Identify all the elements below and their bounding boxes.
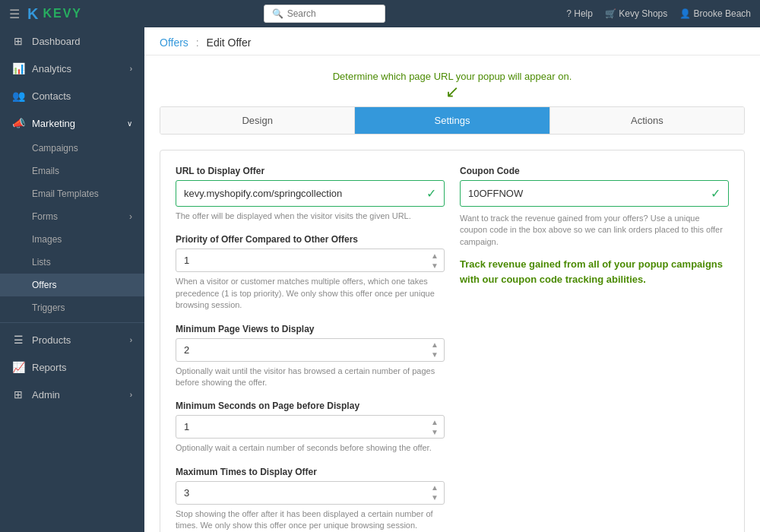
coupon-annotation-big: Track revenue gained from all of your po… — [460, 257, 729, 287]
logo: K KEVY — [27, 5, 82, 23]
sidebar-item-offers[interactable]: Offers — [0, 274, 144, 296]
main-content: Offers : Edit Offer Determine which page… — [144, 27, 760, 532]
minseconds-label: Minimum Seconds on Page before Display — [176, 401, 445, 411]
url-label: URL to Display Offer — [176, 166, 445, 176]
annotation-arrow-down: ↙ — [445, 84, 459, 100]
analytics-icon: 📊 — [12, 62, 24, 74]
minpageviews-label: Minimum Page Views to Display — [176, 324, 445, 334]
search-input[interactable] — [287, 8, 378, 19]
sidebar-item-lists[interactable]: Lists — [0, 251, 144, 274]
sidebar-item-emails[interactable]: Emails — [0, 160, 144, 182]
dashboard-icon: ⊞ — [12, 35, 24, 47]
maxtimes-help-text: Stop showing the offer after it has been… — [176, 508, 445, 532]
shops-link[interactable]: 🛒 Kevy Shops — [605, 8, 667, 19]
minseconds-help-text: Optionally wait a certain number of seco… — [176, 442, 445, 454]
chevron-down-icon: ∨ — [127, 119, 132, 128]
priority-help-text: When a visitor or customer matches multi… — [176, 276, 445, 311]
search-icon: 🔍 — [272, 8, 283, 19]
minpageviews-help-text: Optionally wait until the visitor has br… — [176, 366, 445, 389]
sidebar-item-products[interactable]: ☰ Products › — [0, 326, 144, 353]
priority-select[interactable]: 1 2 3 — [176, 249, 445, 272]
breadcrumb: Offers : Edit Offer — [144, 27, 760, 55]
sidebar: ⊞ Dashboard 📊 Analytics › 👥 Contacts 📣 M… — [0, 27, 144, 532]
sidebar-item-triggers[interactable]: Triggers — [0, 296, 144, 319]
chevron-right-icon: › — [130, 65, 132, 73]
sidebar-item-campaigns[interactable]: Campaigns — [0, 137, 144, 160]
minseconds-select-wrap: 1 2 5 10 ▲▼ — [176, 415, 445, 439]
sidebar-item-email-templates[interactable]: Email Templates — [0, 182, 144, 205]
sidebar-item-marketing[interactable]: 📣 Marketing ∨ — [0, 109, 144, 137]
sidebar-item-label: Admin — [32, 389, 122, 401]
sidebar-item-contacts[interactable]: 👥 Contacts — [0, 82, 144, 109]
maxtimes-select[interactable]: 1 2 3 — [176, 481, 445, 505]
chevron-right-icon: › — [129, 211, 132, 222]
forms-label: Forms — [32, 211, 58, 222]
minpageviews-select-wrap: 1 2 3 ▲▼ — [176, 338, 445, 362]
sidebar-item-label: Contacts — [32, 90, 132, 102]
tab-bar: Design Settings Actions — [160, 106, 745, 135]
coupon-input[interactable] — [468, 188, 707, 199]
sidebar-item-label: Products — [32, 334, 122, 346]
breadcrumb-parent[interactable]: Offers — [160, 36, 188, 49]
top-annotation-text: Determine which page URL your popup will… — [333, 71, 572, 82]
tab-design[interactable]: Design — [160, 107, 355, 134]
sidebar-item-reports[interactable]: 📈 Reports — [0, 353, 144, 381]
check-icon: ✓ — [711, 186, 720, 201]
coupon-annotation-small: Want to track the revenue gained from yo… — [460, 213, 729, 248]
coupon-label: Coupon Code — [460, 166, 729, 176]
breadcrumb-current: Edit Offer — [207, 36, 252, 49]
sidebar-item-label: Dashboard — [32, 36, 132, 47]
minpageviews-select[interactable]: 1 2 3 — [176, 338, 445, 362]
minseconds-select[interactable]: 1 2 5 10 — [176, 415, 445, 439]
sidebar-item-analytics[interactable]: 📊 Analytics › — [0, 55, 144, 82]
chevron-right-icon: › — [130, 336, 132, 344]
coupon-input-wrapper: ✓ — [460, 180, 729, 207]
breadcrumb-sep: : — [196, 36, 199, 49]
reports-icon: 📈 — [12, 361, 24, 373]
menu-icon[interactable]: ☰ — [9, 7, 20, 21]
settings-form: URL to Display Offer ✓ The offer will be… — [160, 150, 745, 532]
sidebar-item-dashboard[interactable]: ⊞ Dashboard — [0, 27, 144, 55]
marketing-icon: 📣 — [12, 117, 24, 129]
tab-actions[interactable]: Actions — [550, 107, 744, 134]
contacts-icon: 👥 — [12, 90, 24, 102]
url-input[interactable] — [184, 188, 423, 199]
url-input-wrapper: ✓ — [176, 180, 445, 207]
maxtimes-label: Maximum Times to Display Offer — [176, 467, 445, 477]
topbar: ☰ K KEVY 🔍 ? Help 🛒 Kevy Shops 👤 Brooke … — [0, 0, 760, 27]
maxtimes-select-wrap: 1 2 3 ▲▼ — [176, 481, 445, 505]
products-icon: ☰ — [12, 334, 24, 346]
help-link[interactable]: ? Help — [566, 8, 593, 19]
admin-icon: ⊞ — [12, 388, 24, 401]
priority-label: Priority of Offer Compared to Other Offe… — [176, 234, 445, 245]
user-menu[interactable]: 👤 Brooke Beach — [679, 8, 751, 19]
sidebar-item-label: Marketing — [32, 118, 119, 129]
check-icon: ✓ — [426, 186, 436, 201]
chevron-right-icon: › — [130, 391, 132, 399]
tab-settings[interactable]: Settings — [355, 107, 549, 134]
sidebar-item-admin[interactable]: ⊞ Admin › — [0, 381, 144, 408]
priority-select-wrap: 1 2 3 ▲▼ — [176, 249, 445, 272]
logo-k-icon: K — [27, 5, 38, 23]
topbar-actions: ? Help 🛒 Kevy Shops 👤 Brooke Beach — [566, 8, 751, 19]
sidebar-item-forms[interactable]: Forms › — [0, 205, 144, 228]
sidebar-item-label: Reports — [32, 362, 132, 373]
logo-text: KEVY — [43, 7, 82, 21]
sidebar-item-label: Analytics — [32, 63, 122, 74]
search-box[interactable]: 🔍 — [264, 5, 385, 23]
url-help-text: The offer will be displayed when the vis… — [176, 211, 445, 222]
sidebar-item-images[interactable]: Images — [0, 228, 144, 251]
